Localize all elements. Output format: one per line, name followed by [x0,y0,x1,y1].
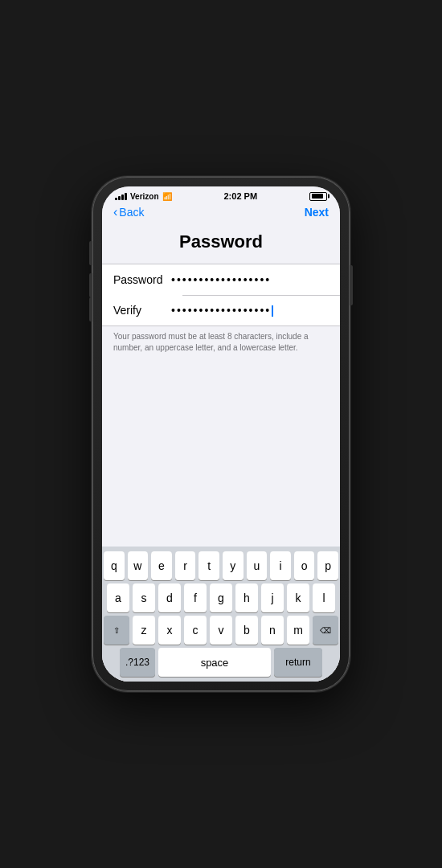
keyboard-row-1: q w e r t y u i o p [104,551,338,580]
phone-frame: Verizon 📶 2:02 PM ‹ Back Next [92,177,350,691]
key-b[interactable]: b [235,616,258,645]
key-q[interactable]: q [104,551,125,580]
key-l[interactable]: l [313,583,335,612]
key-y[interactable]: y [223,551,244,580]
key-z[interactable]: z [133,616,155,645]
status-bar: Verizon 📶 2:02 PM [102,186,340,203]
chevron-left-icon: ‹ [113,206,117,219]
return-key[interactable]: return [274,648,322,677]
keyboard-row-3: ⇧ z x c v b n m ⌫ [104,616,338,645]
key-p[interactable]: p [317,551,338,580]
numbers-key[interactable]: .?123 [120,648,155,677]
shift-key[interactable]: ⇧ [104,616,129,645]
password-row: Password •••••••••••••••••• [102,264,340,295]
verify-input[interactable]: •••••••••••••••••• [171,304,329,317]
key-s[interactable]: s [133,583,155,612]
key-m[interactable]: m [287,616,309,645]
key-d[interactable]: d [158,583,181,612]
carrier-label: Verizon [130,192,159,201]
status-left: Verizon 📶 [115,192,172,201]
key-v[interactable]: v [210,616,232,645]
keyboard-row-2: a s d f g h j k l [104,583,338,612]
key-n[interactable]: n [261,616,284,645]
password-hint: Your password must be at least 8 charact… [102,326,340,362]
space-key[interactable]: space [158,648,271,677]
key-f[interactable]: f [184,583,207,612]
page-title: Password [102,223,340,264]
next-button[interactable]: Next [305,206,329,219]
screen: Verizon 📶 2:02 PM ‹ Back Next [102,186,340,682]
key-x[interactable]: x [158,616,181,645]
key-a[interactable]: a [107,583,129,612]
wifi-icon: 📶 [162,192,172,201]
key-i[interactable]: i [270,551,291,580]
form-section: Password •••••••••••••••••• Verify •••••… [102,264,340,326]
content-area: Password Password •••••••••••••••••• Ver… [102,223,340,682]
battery-icon [309,192,327,201]
key-j[interactable]: j [261,583,284,612]
key-u[interactable]: u [247,551,268,580]
status-right [309,192,327,201]
password-label: Password [113,273,171,286]
key-w[interactable]: w [128,551,149,580]
signal-icon [115,192,127,200]
text-cursor [272,305,273,317]
key-h[interactable]: h [235,583,258,612]
verify-row: Verify •••••••••••••••••• [102,295,340,326]
nav-bar: ‹ Back Next [102,203,340,223]
key-r[interactable]: r [175,551,196,580]
delete-key[interactable]: ⌫ [313,616,338,645]
password-input[interactable]: •••••••••••••••••• [171,273,329,286]
key-o[interactable]: o [294,551,315,580]
phone-screen: Verizon 📶 2:02 PM ‹ Back Next [102,186,340,682]
back-label: Back [119,206,144,219]
key-t[interactable]: t [198,551,219,580]
time-display: 2:02 PM [224,191,258,201]
key-e[interactable]: e [151,551,172,580]
back-button[interactable]: ‹ Back [113,206,144,219]
keyboard-bottom-row: .?123 space return [104,648,338,677]
keyboard: q w e r t y u i o p a s [102,547,340,682]
key-k[interactable]: k [287,583,309,612]
key-g[interactable]: g [210,583,232,612]
spacer [102,362,340,547]
key-c[interactable]: c [184,616,207,645]
verify-label: Verify [113,304,171,317]
